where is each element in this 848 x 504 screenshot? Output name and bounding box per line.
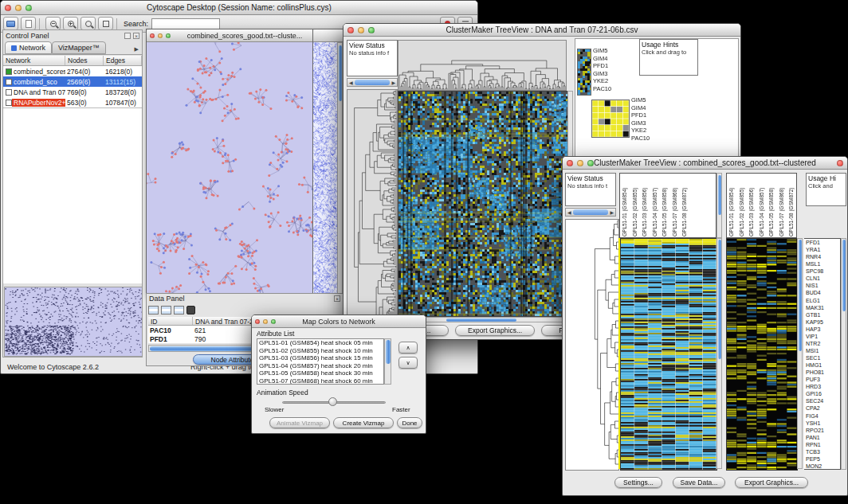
gene-label[interactable]: VIP1	[804, 333, 840, 340]
scrollbar-thumb[interactable]	[573, 209, 609, 214]
scrollbar-thumb[interactable]	[842, 240, 846, 311]
column-label[interactable]: GPL51-05 (GSM858)	[660, 174, 670, 237]
gene-label[interactable]: MSL1	[804, 260, 840, 268]
scrollbar-thumb[interactable]	[339, 45, 342, 101]
gene-label[interactable]: PFD1	[804, 239, 840, 246]
vertical-scrollbar[interactable]	[716, 173, 722, 238]
column-label[interactable]: GPL51-01 (GSM854)	[727, 174, 737, 237]
scrollbar-thumb[interactable]	[718, 175, 721, 215]
vertical-scrollbar[interactable]	[841, 238, 846, 470]
gene-label[interactable]: MSI1	[804, 347, 840, 354]
float-panel-icon[interactable]	[124, 33, 131, 39]
minimize-button[interactable]	[263, 319, 268, 324]
network-overview-thumbnail[interactable]	[4, 287, 143, 357]
network-table-header[interactable]: Network Nodes Edges	[3, 56, 142, 66]
gene-label[interactable]: YKE2	[631, 127, 663, 135]
scrollbar-thumb[interactable]	[799, 240, 802, 351]
scrollbar-thumb[interactable]	[386, 340, 391, 364]
vertical-scrollbar[interactable]	[797, 238, 803, 469]
gene-label[interactable]: PFD1	[593, 62, 625, 70]
column-label[interactable]: GPL51-03 (GSM856)	[640, 174, 650, 237]
export-graphics-button[interactable]: Export Graphics...	[735, 477, 808, 488]
open-session-icon[interactable]	[3, 17, 18, 30]
zoom-button[interactable]	[166, 33, 171, 38]
minimize-button[interactable]	[158, 33, 163, 38]
minimize-button[interactable]	[358, 27, 364, 33]
row-dendrogram[interactable]	[347, 89, 398, 330]
network-row[interactable]: combined_scores 2764(0) 16218(0)	[3, 66, 142, 76]
heatmap-right-canvas[interactable]	[726, 238, 798, 471]
gene-label[interactable]: CLN1	[804, 275, 840, 282]
gene-label[interactable]: YKE2	[593, 77, 625, 85]
tab-overflow-icon[interactable]: ▶	[133, 46, 140, 54]
dense-network-title-bar[interactable]	[313, 29, 343, 42]
minimize-button[interactable]	[577, 160, 583, 166]
create-vizmap-button[interactable]: Create Vizmap	[333, 417, 394, 428]
gene-label[interactable]: GIM3	[593, 70, 625, 78]
dense-network-canvas[interactable]	[313, 42, 337, 295]
gene-label[interactable]: GIM5	[593, 47, 625, 55]
settings-button[interactable]: Settings...	[614, 477, 662, 488]
gene-label[interactable]: CPA2	[804, 404, 840, 412]
vertical-scrollbar[interactable]	[716, 238, 722, 469]
gene-label[interactable]: YSH1	[804, 420, 840, 427]
zoom-fit-icon[interactable]	[98, 17, 113, 30]
edge-table-icon[interactable]	[161, 306, 171, 315]
close-panel-icon[interactable]: ×	[334, 295, 340, 302]
heatmap-canvas[interactable]	[398, 91, 568, 317]
network-table-icon[interactable]	[174, 306, 184, 315]
attribute-listbox[interactable]: GPL51-01 (GSM854) heat shock 05 minGPL51…	[257, 338, 384, 385]
gene-label[interactable]: GIM5	[631, 96, 663, 104]
gene-label[interactable]: PAC10	[631, 135, 663, 143]
gene-strip-heatmap[interactable]	[577, 49, 591, 96]
export-graphics-button[interactable]: Export Graphics...	[455, 325, 535, 336]
gene-label[interactable]: PEP5	[804, 455, 840, 463]
attribute-list-item[interactable]: GPL51-01 (GSM854) heat shock 05 min	[257, 339, 383, 347]
heatmap-left-canvas[interactable]	[620, 238, 717, 471]
treeview-combined-title-bar[interactable]: ClusterMaker TreeView : combined_scores_…	[563, 157, 847, 170]
zoom-one-to-one-icon[interactable]	[80, 17, 96, 30]
scroll-left-icon[interactable]: ◀	[567, 209, 571, 215]
tab-network[interactable]: Network	[5, 41, 52, 54]
column-label[interactable]: GPL51-05 (GSM858)	[767, 174, 777, 237]
column-label[interactable]: GPL51-02 (GSM855)	[630, 174, 641, 237]
correlation-matrix[interactable]	[591, 100, 630, 138]
scroll-right-icon[interactable]: ▶	[391, 80, 395, 85]
close-button[interactable]	[150, 33, 155, 38]
gene-label[interactable]: PFD1	[631, 111, 663, 119]
scrollbar-thumb[interactable]	[446, 318, 516, 322]
zoom-out-icon[interactable]	[45, 17, 61, 30]
gene-label[interactable]: SEC1	[804, 354, 840, 361]
gene-label[interactable]: HAP3	[804, 326, 840, 333]
move-up-button[interactable]: ∧	[398, 342, 418, 354]
gene-label[interactable]: RNR4	[804, 253, 840, 260]
dialog-title-bar[interactable]: Map Colors to Network	[252, 315, 426, 328]
scroll-right-icon[interactable]: ▶	[610, 209, 614, 215]
attribute-list-item[interactable]: GPL51-03 (GSM856) heat shock 15 min	[257, 354, 383, 362]
gene-label[interactable]: MON2	[804, 463, 840, 470]
move-down-button[interactable]: ∨	[398, 357, 418, 369]
attribute-list-item[interactable]: GPL51-05 (GSM858) heat shock 30 min	[257, 369, 383, 377]
tree-nav-bar[interactable]: ◀ ▶	[565, 208, 616, 217]
attribute-list-item[interactable]: GPL51-07 (GSM868) heat shock 60 min	[257, 377, 383, 385]
gene-label[interactable]: PHO81	[804, 369, 840, 376]
import-network-icon[interactable]	[21, 17, 36, 30]
vertical-scrollbar[interactable]	[337, 42, 343, 295]
network-list-empty-area[interactable]	[3, 107, 142, 283]
speed-slider-thumb[interactable]	[328, 397, 337, 406]
gene-label[interactable]: GTB1	[804, 311, 840, 318]
scrollbar-thumb[interactable]	[355, 80, 391, 84]
gene-label[interactable]: PAN1	[804, 434, 840, 441]
gene-label[interactable]: GIM4	[593, 55, 625, 63]
gene-label[interactable]: HRD3	[804, 383, 840, 390]
gene-label[interactable]: NIS1	[804, 282, 840, 289]
close-button[interactable]	[567, 160, 573, 166]
attribute-list-item[interactable]: GPL51-04 (GSM857) heat shock 20 min	[257, 362, 383, 370]
gene-label[interactable]: TCB3	[804, 448, 840, 455]
column-label[interactable]: GPL51-08 (GSM872)	[680, 174, 690, 237]
gene-label[interactable]: FIG4	[804, 412, 840, 420]
done-button[interactable]: Done	[397, 417, 422, 428]
gene-label[interactable]: RPN1	[804, 441, 840, 448]
network-row-selected[interactable]: combined_sco 2569(6) 13112(15)	[3, 76, 142, 87]
column-dendrogram[interactable]	[398, 40, 567, 91]
